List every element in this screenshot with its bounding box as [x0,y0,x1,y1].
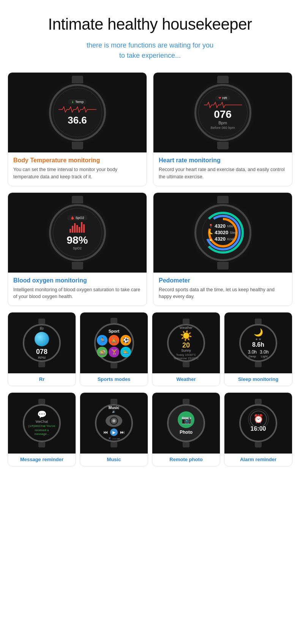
watch-display-spo2: 🩸 SpO2 [8,193,147,273]
sport-watch-face: Sport 🏃 🚴 ⚽ 🚵 🏋 🏊 [94,323,134,363]
prev-icon[interactable]: ⏮ [103,430,108,435]
alarm-watch-face: ⏰ 16:00 [239,404,277,442]
sport-icon-swim: 🏊 [120,347,131,357]
feature-card-heart-rate: ❤ HR 076 Bpm Before 060 bpm He [153,72,292,186]
hr-card-text: Heart rate monitoring Record your heart … [153,152,292,186]
weather-card-title: Weather [155,376,218,382]
weather-today: Today 10/20°C [176,353,196,357]
spo2-card-text: Blood oxygen monitoring Intelligent moni… [8,273,147,306]
hr-card-desc: Record your heart rate and exercise data… [159,166,287,181]
wechat-msg: (1/5)WeChat You've received a message... [27,424,56,436]
small-feature-grid-1: Rr 078 RPM Rr Sport [8,312,292,386]
music-card-text: Music [80,454,148,466]
play-pause-icon[interactable]: ▶ [110,428,118,436]
message-watch-face: 💬 WeChat (1/5)WeChat You've received a m… [23,404,61,442]
watch-circle-temp: 🌡 Temp 36.6 [49,84,106,141]
small-card-sports: Sport 🏃 🚴 ⚽ 🚵 🏋 🏊 Sports modes [80,312,148,386]
small-card-rr: Rr 078 RPM Rr [8,312,76,386]
sleep-total: 8.6h [252,341,264,348]
spo2-card-title: Blood oxygen monitoring [13,277,141,284]
weather-condition: Sunny [181,349,191,352]
main-title: Intimate healthy housekeeper [8,15,292,33]
sleep-light-label: Light [260,355,268,358]
sleep-card-title: Sleep monitoring [227,376,290,382]
message-card-title: Message reminder [10,457,73,462]
music-vol-icon: 🔉 [112,410,116,413]
small-card-alarm: ⏰ 16:00 Alarm reminder [224,392,292,466]
alarm-watch-img: ⏰ 16:00 [224,393,292,454]
rr-watch-face: Rr 078 RPM [23,324,61,362]
small-card-photo: 📷 Photo Remote photo [152,392,220,466]
photo-card-title: Remote photo [155,457,218,462]
rr-card-title: Rr [10,376,73,382]
feature-card-body-temp: 🌡 Temp 36.6 Body Temperature monitoring [8,72,147,186]
weather-watch-face: Weather ☀️ 20 Sunny Today 10/20°C Tomorr… [167,324,205,362]
watch-display-hr: ❤ HR 076 Bpm Before 060 bpm [153,73,292,152]
rr-ball [35,332,49,346]
vinyl-record [106,415,122,427]
photo-label: Photo [180,430,193,435]
sport-icon-bike: 🚵 [97,347,107,357]
sleep-light-val: 3.0h [260,349,268,355]
rr-watch-img: Rr 078 RPM [8,312,76,373]
music-title: Music [109,406,119,410]
feature-card-blood-oxygen: 🩸 SpO2 [8,192,147,306]
sports-card-title: Sports modes [82,376,145,382]
music-phone-icon: 📱 ── ↩ [108,437,120,441]
weather-card-text: Weather [152,373,220,386]
message-card-text: Message reminder [8,454,76,466]
weather-sun-icon: ☀️ [180,330,192,342]
next-icon[interactable]: ⏭ [120,430,125,435]
small-card-music: Music 🔉 ⏮ ▶ ⏭ 📱 ── ↩ [80,392,148,466]
rr-card-text: Rr [8,373,76,386]
step-card-text: Pedometer Record sports data all the tim… [153,273,292,306]
rr-value: 078 [36,348,47,356]
rr-label-top: Rr [40,327,44,331]
step-card-title: Pedometer [159,277,287,284]
weather-watch-img: Weather ☀️ 20 Sunny Today 10/20°C Tomorr… [152,312,220,373]
sleep-deep-label: Deep [248,355,257,358]
music-card-title: Music [82,457,145,462]
temp-card-desc: You can set the time interval to monitor… [13,166,141,181]
spo2-card-desc: Intelligent monitoring of blood oxygen s… [13,286,141,301]
step-card-desc: Record sports data all the time, let us … [159,286,287,301]
alarm-clock-icon: ⏰ [253,414,264,424]
watch-circle-hr: ❤ HR 076 Bpm Before 060 bpm [194,84,251,141]
sport-icon-cycle: 🚴 [109,335,119,346]
message-watch-img: 💬 WeChat (1/5)WeChat You've received a m… [8,393,76,454]
music-watch-img: Music 🔉 ⏮ ▶ ⏭ 📱 ── ↩ [80,393,148,454]
big-feature-grid: 🌡 Temp 36.6 Body Temperature monitoring [8,72,292,306]
photo-watch-face: 📷 Photo [167,404,205,442]
temp-card-title: Body Temperature monitoring [13,157,141,164]
watch-circle-step: 📍 4320 Mile 🦶 43020 Step 🔥 [194,204,251,261]
small-card-weather: Weather ☀️ 20 Sunny Today 10/20°C Tomorr… [152,312,220,386]
feature-card-pedometer: 📍 4320 Mile 🦶 43020 Step 🔥 [153,192,292,306]
watch-display-step: 📍 4320 Mile 🦶 43020 Step 🔥 [153,193,292,273]
subtitle: there is more functions are waiting for … [8,40,292,61]
alarm-card-title: Alarm reminder [227,457,290,462]
sleep-moon-icon: 🌙 [254,328,263,337]
wechat-icon: 💬 [37,410,47,419]
hr-card-title: Heart rate monitoring [159,157,287,164]
sleep-card-text: Sleep monitoring [224,373,292,386]
music-watch-face: Music 🔉 ⏮ ▶ ⏭ 📱 ── ↩ [95,404,133,442]
sport-title: Sport [109,329,120,333]
photo-card-text: Remote photo [152,454,220,466]
sport-icon-ball: ⚽ [120,335,131,346]
rr-unit: RPM [38,356,46,360]
weather-label: Weather [180,326,193,330]
weather-tomorrow: Tomorrow 15/20°C [174,357,199,360]
small-card-sleep: 🌙 ★ ★ 8.6h 3.0h Deep 3.0h Light [224,312,292,386]
sport-icon-gym: 🏋 [109,347,119,357]
sports-watch-img: Sport 🏃 🚴 ⚽ 🚵 🏋 🏊 [80,312,148,373]
sleep-deep-val: 3.0h [248,349,257,355]
watch-display-temp: 🌡 Temp 36.6 [8,73,147,152]
weather-temp: 20 [182,342,190,349]
watch-circle-spo2: 🩸 SpO2 [49,204,106,261]
camera-icon: 📷 [178,411,194,428]
sleep-watch-img: 🌙 ★ ★ 8.6h 3.0h Deep 3.0h Light [224,312,292,373]
sleep-watch-face: 🌙 ★ ★ 8.6h 3.0h Deep 3.0h Light [239,324,277,362]
small-feature-grid-2: 💬 WeChat (1/5)WeChat You've received a m… [8,392,292,466]
page: Intimate healthy housekeeper there is mo… [0,0,300,484]
temp-card-text: Body Temperature monitoring You can set … [8,152,147,186]
